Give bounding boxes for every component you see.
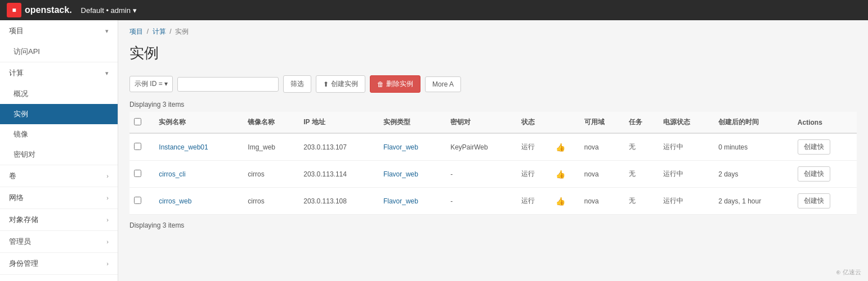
row-status-icon: 👍: [551, 188, 579, 215]
row-select-checkbox[interactable]: [134, 143, 141, 150]
row-zone: nova: [580, 161, 624, 188]
table-row: cirros_cli cirros 203.0.113.114 Flavor_w…: [129, 161, 857, 188]
col-status-icon: [551, 112, 579, 133]
chevron-network: ›: [106, 194, 109, 201]
row-keypair: -: [446, 188, 517, 215]
row-keypair: -: [446, 161, 517, 188]
sidebar-section-volumes: 卷 ›: [0, 165, 118, 187]
row-action-button[interactable]: 创建快: [798, 166, 830, 182]
row-name: cirros_web: [154, 188, 243, 215]
row-flavor: Flavor_web: [379, 133, 446, 161]
filter-select-label: 示例 ID = ▾: [135, 79, 168, 89]
displaying-count-top: Displaying 3 items: [129, 97, 857, 112]
more-actions-button[interactable]: More A: [425, 76, 461, 92]
instance-name-link[interactable]: Instance_web01: [159, 143, 208, 151]
breadcrumb-project[interactable]: 项目: [129, 28, 143, 35]
sidebar-section-header-volumes[interactable]: 卷 ›: [0, 165, 118, 187]
flavor-link[interactable]: Flavor_web: [383, 197, 418, 205]
flavor-link[interactable]: Flavor_web: [383, 170, 418, 178]
col-flavor: 实例类型: [379, 112, 446, 133]
sidebar-section-admin: 管理员 ›: [0, 231, 118, 253]
sidebar-item-keypairs[interactable]: 密钥对: [0, 144, 118, 165]
row-status-icon: 👍: [551, 161, 579, 188]
row-checkbox: [129, 188, 154, 215]
chevron-compute: ▾: [105, 70, 109, 77]
sidebar-section-header-compute[interactable]: 计算 ▾: [0, 62, 118, 84]
upload-icon: ⬆: [323, 80, 329, 88]
top-bar: ■ openstack. Default • admin ▾: [0, 0, 868, 20]
filter-button[interactable]: 筛选: [283, 75, 311, 93]
col-actions: Actions: [793, 112, 857, 133]
sidebar-section-header-project[interactable]: 项目 ▾: [0, 20, 118, 42]
toolbar: 示例 ID = ▾ 筛选 ⬆ 创建实例 🗑 删除实例 More A: [118, 71, 868, 97]
flavor-link[interactable]: Flavor_web: [383, 143, 418, 151]
row-image: cirros: [243, 188, 299, 215]
col-task: 任务: [624, 112, 659, 133]
filter-input[interactable]: [177, 77, 279, 92]
instance-name-link[interactable]: cirros_cli: [159, 170, 185, 178]
sidebar-section-compute: 计算 ▾ 概况 实例 镜像 密钥对: [0, 62, 118, 165]
row-name: cirros_cli: [154, 161, 243, 188]
sidebar-item-access-api[interactable]: 访问API: [0, 42, 118, 62]
row-time: 2 days, 1 hour: [714, 188, 793, 215]
sidebar-section-header-object-storage[interactable]: 对象存储 ›: [0, 209, 118, 230]
select-all-checkbox[interactable]: [134, 118, 141, 125]
col-power: 电源状态: [659, 112, 714, 133]
sidebar-section-network: 网络 ›: [0, 187, 118, 209]
sidebar-section-header-network[interactable]: 网络 ›: [0, 187, 118, 209]
row-time: 2 days: [714, 161, 793, 188]
table-header-row: 实例名称 镜像名称 IP 地址 实例类型 密钥对 状态 可用域 任务 电源状态 …: [129, 112, 857, 133]
instance-name-link[interactable]: cirros_web: [159, 197, 191, 205]
row-name: Instance_web01: [154, 133, 243, 161]
row-checkbox: [129, 161, 154, 188]
table-row: Instance_web01 Img_web 203.0.113.107 Fla…: [129, 133, 857, 161]
col-image: 镜像名称: [243, 112, 299, 133]
sidebar-section-header-admin[interactable]: 管理员 ›: [0, 231, 118, 252]
chevron-project: ▾: [105, 28, 109, 35]
project-label: Default • admin: [81, 6, 131, 15]
sidebar-item-overview[interactable]: 概况: [0, 84, 118, 104]
row-zone: nova: [580, 188, 624, 215]
sidebar-section-label-object-storage: 对象存储: [9, 215, 38, 225]
sidebar-item-images[interactable]: 镜像: [0, 124, 118, 144]
row-status-icon: 👍: [551, 133, 579, 161]
table-container: Displaying 3 items 实例名称 镜像名称 IP 地址 实例类型 …: [118, 97, 868, 233]
trash-icon: 🗑: [377, 80, 384, 88]
project-switcher[interactable]: Default • admin ▾: [81, 6, 137, 15]
logo-icon: ■: [7, 3, 21, 17]
sidebar-section-label-project: 项目: [9, 26, 24, 36]
row-time: 0 minutes: [714, 133, 793, 161]
breadcrumb-compute[interactable]: 计算: [153, 28, 166, 35]
row-ip: 203.0.113.107: [299, 133, 379, 161]
sidebar-item-instances[interactable]: 实例: [0, 104, 118, 124]
row-task: 无: [624, 133, 659, 161]
filter-select[interactable]: 示例 ID = ▾: [129, 76, 173, 92]
row-task: 无: [624, 188, 659, 215]
row-zone: nova: [580, 133, 624, 161]
content-area: 项目 / 计算 / 实例 实例 示例 ID = ▾ 筛选 ⬆ 创建实例 🗑 删除…: [118, 20, 868, 281]
main-layout: 项目 ▾ 访问API 计算 ▾ 概况 实例 镜像 密钥对 卷 ›: [0, 20, 868, 281]
row-action-button[interactable]: 创建快: [798, 139, 830, 155]
sidebar-section-label-volumes: 卷: [9, 171, 16, 181]
delete-instance-button[interactable]: 🗑 删除实例: [370, 75, 420, 93]
sidebar-section-header-identity[interactable]: 身份管理 ›: [0, 253, 118, 274]
sidebar-section-label-network: 网络: [9, 193, 24, 203]
col-zone: 可用域: [580, 112, 624, 133]
sidebar-section-label-admin: 管理员: [9, 237, 31, 247]
watermark: ⊕ 亿速云: [836, 268, 861, 277]
row-action-button[interactable]: 创建快: [798, 193, 830, 209]
logo-text: openstack.: [25, 5, 72, 15]
row-status: 运行: [517, 133, 551, 161]
row-select-checkbox[interactable]: [134, 170, 141, 177]
chevron-object-storage: ›: [106, 216, 109, 223]
row-ip: 203.0.113.114: [299, 161, 379, 188]
col-keypair: 密钥对: [446, 112, 517, 133]
row-task: 无: [624, 161, 659, 188]
row-select-checkbox[interactable]: [134, 197, 141, 204]
row-status: 运行: [517, 161, 551, 188]
sidebar: 项目 ▾ 访问API 计算 ▾ 概况 实例 镜像 密钥对 卷 ›: [0, 20, 118, 281]
create-instance-button[interactable]: ⬆ 创建实例: [316, 75, 365, 93]
col-status: 状态: [517, 112, 551, 133]
row-actions: 创建快: [793, 188, 857, 215]
openstack-logo: ■ openstack.: [7, 3, 72, 17]
